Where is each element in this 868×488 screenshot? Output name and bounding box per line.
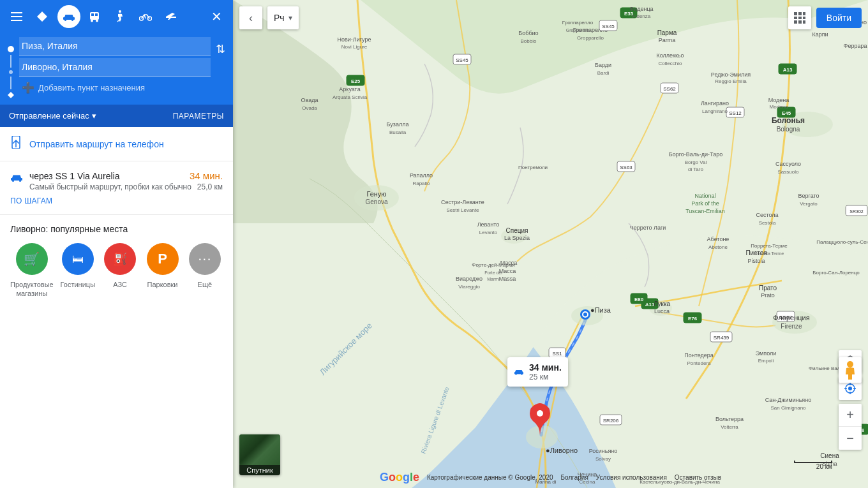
- svg-text:SR439: SR439: [714, 335, 730, 341]
- popular-item-parking[interactable]: P Парковки: [144, 243, 180, 299]
- popular-item-more[interactable]: ··· Ещё: [187, 243, 223, 299]
- svg-text:Геную: Геную: [366, 190, 386, 198]
- add-destination-btn[interactable]: ➕ Добавить пункт назначения: [19, 79, 211, 96]
- svg-point-188: [847, 361, 853, 367]
- svg-text:Forte dei: Forte dei: [484, 270, 502, 275]
- terms-link[interactable]: Условия использования: [596, 474, 667, 481]
- svg-text:E25: E25: [351, 78, 361, 84]
- svg-text:Эмполи: Эмполи: [756, 350, 777, 357]
- svg-text:Sestri Levante: Sestri Levante: [446, 207, 479, 213]
- steps-button[interactable]: ПО ШАГАМ: [10, 196, 223, 205]
- popular-item-gas[interactable]: ⛽ АЗС: [102, 243, 138, 299]
- svg-text:Prato: Prato: [761, 292, 775, 299]
- svg-text:Карпи: Карпи: [812, 31, 828, 38]
- transport-walk[interactable]: [108, 5, 131, 28]
- svg-text:Чeррето Лаги: Чeррето Лаги: [630, 225, 666, 231]
- more-label: Ещё: [198, 280, 213, 289]
- svg-text:Росиньяно: Росиньяно: [589, 448, 618, 454]
- svg-text:E80: E80: [634, 297, 644, 302]
- pegman-button[interactable]: [839, 357, 862, 383]
- close-button[interactable]: ✕: [206, 6, 227, 27]
- destination-input[interactable]: [19, 58, 211, 77]
- svg-text:Бузалла: Бузалла: [387, 121, 409, 128]
- svg-point-179: [515, 373, 516, 374]
- svg-point-23: [526, 425, 558, 448]
- swap-button[interactable]: ⇅: [216, 37, 225, 56]
- svg-text:Ovada: Ovada: [302, 105, 317, 111]
- popular-places-section: Ливорно: популярные места 🛒 Продуктовые …: [0, 215, 233, 307]
- svg-text:SS12: SS12: [729, 110, 742, 116]
- svg-text:SS63: SS63: [620, 165, 632, 170]
- transport-plane[interactable]: [160, 5, 183, 28]
- departure-chevron: ▾: [92, 111, 96, 121]
- svg-text:Genova: Genova: [365, 198, 387, 205]
- google-logo: Google: [380, 471, 419, 484]
- feedback-link[interactable]: Оставить отзыв: [675, 474, 721, 481]
- svg-text:●Пиза: ●Пиза: [590, 306, 611, 314]
- svg-text:Феррара: Феррара: [844, 43, 867, 49]
- left-panel: ✕ ➕ Добавить пункт назначения ⇅ Отправле…: [0, 0, 233, 488]
- phone-icon: [10, 136, 22, 152]
- zoom-controls: + −: [839, 404, 862, 450]
- svg-rect-9: [95, 13, 98, 16]
- transport-bike[interactable]: [134, 5, 157, 28]
- apps-button[interactable]: [788, 6, 811, 29]
- callout-car-icon: [514, 366, 524, 378]
- grocery-icon-circle: 🛒: [16, 243, 48, 275]
- svg-point-6: [71, 19, 73, 21]
- origin-input[interactable]: [19, 37, 211, 55]
- route-card-info: через SS 1 Via Aurelia 34 мин. Самый быс…: [29, 170, 223, 191]
- svg-text:Овада: Овада: [301, 97, 318, 103]
- svg-text:Bologna: Bologna: [777, 126, 800, 133]
- login-button[interactable]: Войти: [816, 8, 862, 28]
- transport-car[interactable]: [57, 5, 80, 28]
- svg-text:Форте-дей-Марми: Форте-дей-Марми: [472, 262, 514, 268]
- svg-text:Porretta Terme: Porretta Terme: [754, 251, 784, 256]
- svg-rect-7: [90, 12, 99, 20]
- map-area[interactable]: SS45 E25 SS62 SS1 E45 SS12 A13 SS63 A11: [233, 0, 868, 488]
- transport-bus[interactable]: [83, 5, 106, 28]
- departure-bar: Отправление сейчас ▾ ПАРАМЕТРЫ: [0, 105, 233, 127]
- svg-text:Modena: Modena: [770, 104, 788, 110]
- scale-label: 20 км: [816, 463, 832, 470]
- map-svg: SS45 E25 SS62 SS1 E45 SS12 A13 SS63 A11: [233, 0, 868, 488]
- svg-text:Сестри-Леванте: Сестри-Леванте: [441, 199, 484, 205]
- diamond-icon[interactable]: [32, 6, 52, 27]
- popular-item-hotels[interactable]: 🛏 Гостиницы: [60, 243, 96, 299]
- menu-icon[interactable]: [6, 6, 27, 27]
- satellite-toggle[interactable]: Спутник: [239, 434, 280, 475]
- map-top-right: Войти: [788, 6, 862, 29]
- svg-point-16: [15, 146, 17, 147]
- svg-text:Rapallo: Rapallo: [412, 181, 430, 186]
- svg-text:Langhirano: Langhirano: [702, 108, 728, 114]
- svg-text:Pistoia: Pistoia: [747, 258, 765, 264]
- route-inputs: ➕ Добавить пункт назначения ⇅: [0, 33, 233, 105]
- svg-rect-174: [803, 17, 805, 19]
- popular-items: 🛒 Продуктовые магазины 🛏 Гостиницы ⛽ АЗС…: [10, 243, 223, 299]
- svg-text:Специя: Специя: [506, 227, 528, 234]
- svg-text:San Gimignano: San Gimignano: [770, 405, 806, 411]
- zoom-in-button[interactable]: +: [839, 404, 862, 427]
- svg-rect-8: [91, 13, 94, 16]
- back-nav-button[interactable]: ‹: [239, 6, 262, 29]
- svg-text:Рапалло: Рапалло: [410, 172, 433, 179]
- destination-dot: [8, 92, 14, 98]
- departure-selector[interactable]: Отправление сейчас ▾: [9, 111, 96, 121]
- svg-rect-177: [803, 20, 805, 24]
- svg-text:SS1: SS1: [552, 351, 562, 357]
- params-button[interactable]: ПАРАМЕТРЫ: [173, 112, 224, 121]
- send-route-section[interactable]: Отправить маршрут на телефон: [0, 127, 233, 161]
- svg-text:SR206: SR206: [603, 418, 619, 424]
- svg-text:Volterra: Volterra: [721, 424, 738, 430]
- svg-point-183: [848, 387, 852, 390]
- bulgaria-link[interactable]: Болгария: [561, 474, 588, 481]
- map-route-callout: 34 мин. 25 км: [507, 357, 568, 387]
- svg-text:Tuscan-Emilian: Tuscan-Emilian: [685, 208, 725, 214]
- gas-icon-circle: ⛽: [104, 243, 136, 275]
- popular-item-grocery[interactable]: 🛒 Продуктовые магазины: [10, 243, 54, 299]
- mid-dot: [9, 70, 13, 74]
- zoom-out-button[interactable]: −: [839, 427, 862, 450]
- map-search-bar[interactable]: Рч ▾: [267, 6, 299, 29]
- svg-text:Sestola: Sestola: [759, 220, 776, 226]
- svg-text:Firenze: Firenze: [781, 323, 802, 330]
